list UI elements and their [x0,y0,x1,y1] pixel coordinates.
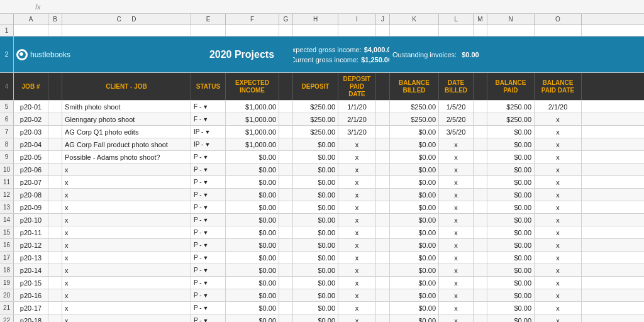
dropdown-arrow-icon[interactable]: ▼ [203,230,209,236]
status-cell: P - ▼ [194,166,209,173]
deposit: $250.00 [293,101,338,113]
status-cell: P - ▼ [194,191,209,198]
table-row: 17 p20-13 x P - ▼ $0.00 $0.00 x $0.00 x … [0,252,644,264]
client-job: x [62,302,191,314]
dropdown-arrow-icon[interactable]: ▼ [204,142,210,148]
dropdown-arrow-icon[interactable]: ▼ [203,104,208,110]
row-number: 5 [0,101,14,113]
row-1: 1 [0,25,644,36]
cell-j [376,302,390,314]
status-cell: P - ▼ [194,216,209,223]
status[interactable]: F - ▼ [191,113,226,125]
status[interactable]: P - ▼ [191,176,226,188]
dropdown-arrow-icon[interactable]: ▼ [203,204,209,211]
deposit: $0.00 [293,138,338,150]
dropdown-arrow-icon[interactable]: ▼ [203,179,209,186]
status[interactable]: P - ▼ [191,277,226,289]
deposit-paid-date: x [338,239,376,251]
dropdown-arrow-icon[interactable]: ▼ [203,280,209,286]
cell-j [376,138,390,150]
job-number: p20-18 [14,314,48,322]
client-job: x [62,314,191,322]
status[interactable]: P - ▼ [191,151,226,163]
dropdown-arrow-icon[interactable]: ▼ [203,167,209,173]
cell-g [279,302,293,314]
row-number: 12 [0,189,14,201]
expected-income: $0.00 [226,264,279,276]
deposit-paid-date: x [338,277,376,289]
status-cell: P - ▼ [194,153,209,160]
cell-g [279,252,293,264]
dropdown-arrow-icon[interactable]: ▼ [203,154,209,160]
dropdown-arrow-icon[interactable]: ▼ [203,217,209,223]
status[interactable]: P - ▼ [191,252,226,264]
expected-income: $0.00 [226,239,279,251]
deposit-paid-date: x [338,252,376,264]
cell-m [474,289,487,301]
client-job: x [62,239,191,251]
client-job: Glenngary photo shoot [62,113,191,125]
status-cell: P - ▼ [194,179,209,186]
expected-income: $0.00 [226,289,279,301]
dropdown-arrow-icon[interactable]: ▼ [203,292,209,299]
date-billed: x [439,277,474,289]
outstanding-label: Oustanding invoices: [392,51,457,58]
status-cell: P - ▼ [194,317,209,322]
table-row: 7 p20-03 AG Corp Q1 photo edits IP - ▼ $… [0,126,644,138]
balance-billed: $0.00 [390,226,439,238]
job-number: p20-11 [14,226,48,238]
cell-m [474,226,487,238]
cell-g [279,214,293,226]
status[interactable]: P - ▼ [191,314,226,322]
status[interactable]: P - ▼ [191,214,226,226]
dropdown-arrow-icon[interactable]: ▼ [203,192,209,198]
column-label-row: 4 JOB # CLIENT - JOB STATUS EXPECTED INC… [0,73,644,101]
status[interactable]: P - ▼ [191,201,226,213]
table-row: 13 p20-09 x P - ▼ $0.00 $0.00 x $0.00 x … [0,201,644,214]
status[interactable]: IP - ▼ [191,126,226,138]
dropdown-arrow-icon[interactable]: ▼ [203,116,208,123]
date-billed: 2/5/20 [439,113,474,125]
cell-j [376,226,390,238]
balance-paid-date: x [535,264,582,276]
data-rows: 5 p20-01 Smith photo shoot F - ▼ $1,000.… [0,101,644,322]
expected-income: $1,000.00 [226,126,279,138]
status[interactable]: P - ▼ [191,289,226,301]
cell-g [279,289,293,301]
status[interactable]: P - ▼ [191,264,226,276]
status[interactable]: P - ▼ [191,189,226,201]
job-number: p20-08 [14,189,48,201]
job-number: p20-09 [14,201,48,213]
dropdown-arrow-icon[interactable]: ▼ [203,318,209,323]
dropdown-arrow-icon[interactable]: ▼ [203,267,209,274]
col-label-m [474,73,487,100]
table-row: 8 p20-04 AG Corp Fall product photo shoo… [0,138,644,151]
balance-paid: $0.00 [487,214,535,226]
status[interactable]: P - ▼ [191,239,226,251]
cell-c [48,239,62,251]
status-cell: F - ▼ [194,116,208,123]
deposit: $0.00 [293,302,338,314]
cell-c [48,252,62,264]
cell-c [48,101,62,113]
balance-billed: $0.00 [390,277,439,289]
cell-c [48,113,62,125]
status[interactable]: P - ▼ [191,226,226,238]
cell-j [376,101,390,113]
client-job: Possible - Adams photo shoot? [62,151,191,163]
status[interactable]: P - ▼ [191,164,226,175]
status[interactable]: F - ▼ [191,101,226,113]
col-label-expected: EXPECTED INCOME [226,73,279,100]
table-row: 22 p20-18 x P - ▼ $0.00 $0.00 x $0.00 x … [0,314,644,322]
balance-billed: $0.00 [390,126,439,138]
table-row: 12 p20-08 x P - ▼ $0.00 $0.00 x $0.00 x … [0,189,644,201]
balance-paid-date: x [535,314,582,322]
status[interactable]: IP - ▼ [191,138,226,150]
dropdown-arrow-icon[interactable]: ▼ [204,129,210,135]
status[interactable]: P - ▼ [191,302,226,314]
dropdown-arrow-icon[interactable]: ▼ [203,305,209,311]
dropdown-arrow-icon[interactable]: ▼ [203,255,209,261]
job-number: p20-14 [14,264,48,276]
dropdown-arrow-icon[interactable]: ▼ [203,242,209,248]
client-job: x [62,264,191,276]
